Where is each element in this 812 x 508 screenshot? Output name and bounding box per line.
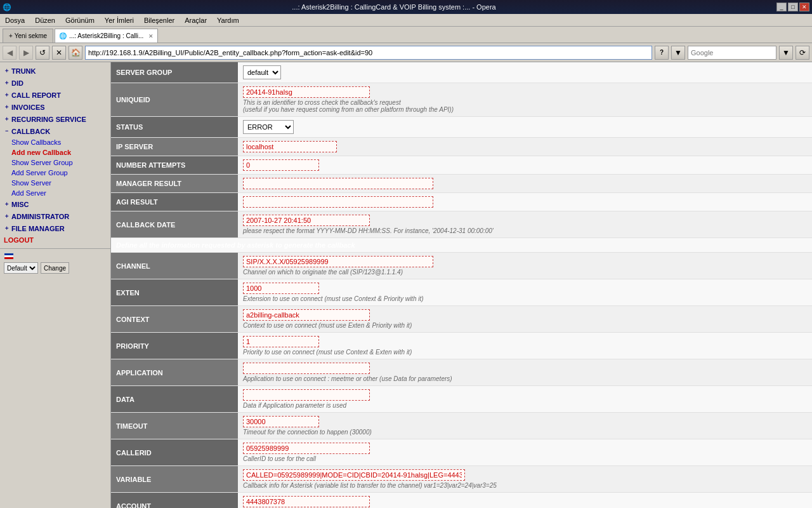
field-label-channel: CHANNEL [111, 253, 238, 279]
table-row: VARIABLE Callback info for Asterisk (var… [111, 466, 812, 493]
sidebar-section-trunk: ＋ TRUNK [0, 65, 110, 77]
search-go-button[interactable]: ⟳ [796, 46, 809, 60]
help-button[interactable]: ? [655, 46, 669, 60]
expand-icon: ＋ [4, 103, 10, 111]
flag-icon [4, 253, 14, 260]
home-button[interactable]: 🏠 [69, 46, 82, 60]
expand-icon: ＋ [4, 224, 10, 232]
application-hint: Application to use on connect : meetme o… [243, 375, 807, 382]
table-row: MANAGER RESULT [111, 175, 812, 193]
expand-icon: ＋ [4, 91, 10, 99]
field-label-manager-result: MANAGER RESULT [111, 175, 238, 193]
uniqueid-input[interactable] [243, 86, 370, 98]
lang-row: Default Change [4, 262, 107, 274]
application-input[interactable] [243, 363, 370, 374]
sidebar-item-misc[interactable]: ＋ MISC [0, 198, 110, 210]
sidebar-item-callback[interactable]: － CALLBACK [0, 125, 110, 137]
stop-button[interactable]: ✕ [52, 46, 66, 60]
data-hint: Data if Application parameter is used [243, 402, 807, 409]
priority-input[interactable] [243, 336, 319, 347]
field-value-status: ERROR PENDING SUCCESS [238, 117, 812, 138]
window-controls: _ □ ✕ [776, 3, 809, 11]
data-input[interactable] [243, 389, 370, 401]
callback-date-input[interactable] [243, 215, 370, 226]
sidebar-item-invoices[interactable]: ＋ INVOICES [0, 101, 110, 113]
menu-gorunum[interactable]: Görünüm [63, 16, 97, 25]
sidebar-section-invoices: ＋ INVOICES [0, 101, 110, 113]
search-dropdown-button[interactable]: ▼ [779, 46, 793, 60]
sidebar-label-misc: MISC [11, 201, 29, 208]
exten-input[interactable] [243, 283, 319, 294]
expand-icon: ＋ [4, 79, 10, 87]
sidebar-item-recurring[interactable]: ＋ RECURRING SERVICE [0, 113, 110, 125]
server-group-select[interactable]: default [243, 65, 281, 79]
new-tab-button[interactable]: + Yeni sekme [3, 29, 53, 43]
plus-icon: + [9, 32, 13, 39]
variable-input[interactable] [243, 469, 465, 481]
exten-hint: Extension to use on connect (must use Co… [243, 295, 807, 302]
sidebar-item-add-server-group[interactable]: Add Server Group [0, 168, 110, 178]
section-divider: Define all the information requested by … [111, 238, 812, 253]
menu-bilesener[interactable]: Bileşenler [141, 16, 177, 25]
field-value-callerid: CallerID to use for the call [238, 439, 812, 466]
current-tab[interactable]: 🌐 ...: Asterisk2Billing : Calli... ✕ [55, 29, 158, 43]
status-select[interactable]: ERROR PENDING SUCCESS [243, 120, 294, 134]
sidebar-item-show-callbacks[interactable]: Show Callbacks [0, 137, 110, 147]
field-label-agi-result: AGI RESULT [111, 193, 238, 211]
sidebar-section-recurring: ＋ RECURRING SERVICE [0, 113, 110, 125]
sidebar-item-show-server-group[interactable]: Show Server Group [0, 157, 110, 168]
window-title: ...: Asterisk2Billing : CallingCard & VO… [11, 3, 776, 11]
sidebar-item-logout[interactable]: LOGOUT [0, 234, 110, 246]
language-select[interactable]: Default [4, 262, 38, 274]
sidebar-label-recurring: RECURRING SERVICE [11, 116, 86, 123]
timeout-input[interactable] [243, 416, 319, 427]
menu-dosya[interactable]: Dosya [3, 16, 27, 25]
back-button[interactable]: ◀ [3, 46, 16, 60]
field-label-context: CONTEXT [111, 306, 238, 333]
field-value-ip-server [238, 138, 812, 156]
maximize-button[interactable]: □ [788, 3, 798, 11]
sidebar-item-add-server[interactable]: Add Server [0, 188, 110, 198]
sidebar-item-trunk[interactable]: ＋ TRUNK [0, 65, 110, 77]
context-input[interactable] [243, 309, 370, 321]
field-value-context: Context to use on connect (must use Exte… [238, 306, 812, 333]
sidebar-label-file-manager: FILE MANAGER [11, 225, 65, 232]
dropdown-button[interactable]: ▼ [671, 46, 685, 60]
menu-yer-imleri[interactable]: Yer İmleri [102, 16, 136, 25]
expand-icon: ＋ [4, 67, 10, 75]
sidebar-label-admin: ADMINISTRATOR [11, 213, 69, 220]
reload-button[interactable]: ↺ [36, 46, 49, 60]
manager-result-input[interactable] [243, 178, 433, 189]
menu-yardim[interactable]: Yardım [214, 16, 242, 25]
tab-icon: 🌐 [59, 32, 67, 39]
menu-duzen[interactable]: Düzen [32, 16, 58, 25]
channel-input[interactable] [243, 256, 433, 267]
close-button[interactable]: ✕ [799, 3, 809, 11]
field-value-manager-result [238, 175, 812, 193]
sidebar: ＋ TRUNK ＋ DID ＋ CALL REPORT ＋ INVOICES [0, 62, 111, 508]
minimize-button[interactable]: _ [776, 3, 787, 11]
change-language-button[interactable]: Change [41, 262, 69, 274]
search-input[interactable] [688, 46, 776, 60]
table-row: CONTEXT Context to use on connect (must … [111, 306, 812, 333]
ip-server-input[interactable] [243, 141, 337, 152]
table-row: UNIQUEID This is an identifier to cross … [111, 83, 812, 117]
sidebar-item-admin[interactable]: ＋ ADMINISTRATOR [0, 210, 110, 222]
menu-araclar[interactable]: Araçlar [182, 16, 209, 25]
sidebar-item-call-report[interactable]: ＋ CALL REPORT [0, 89, 110, 101]
tab-label: ...: Asterisk2Billing : Calli... [69, 32, 143, 39]
priority-hint: Priority to use on connect (must use Con… [243, 349, 807, 356]
sidebar-item-did[interactable]: ＋ DID [0, 77, 110, 89]
number-attempts-input[interactable] [243, 159, 319, 171]
tab-close-button[interactable]: ✕ [148, 33, 154, 39]
sidebar-item-file-manager[interactable]: ＋ FILE MANAGER [0, 222, 110, 234]
callerid-input[interactable] [243, 443, 370, 454]
agi-result-input[interactable] [243, 196, 433, 208]
account-input[interactable] [243, 496, 370, 507]
sidebar-item-add-callback[interactable]: Add new Callback [0, 147, 110, 157]
sidebar-item-show-server[interactable]: Show Server [0, 178, 110, 188]
address-input[interactable] [85, 46, 652, 60]
forward-button[interactable]: ▶ [19, 46, 33, 60]
field-value-priority: Priority to use on connect (must use Con… [238, 333, 812, 359]
table-row: DATA Data if Application parameter is us… [111, 386, 812, 413]
